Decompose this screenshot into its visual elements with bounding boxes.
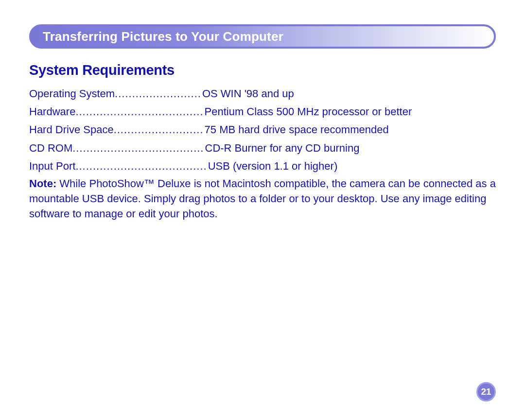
section-heading: System Requirements (29, 62, 496, 78)
requirement-row: Input Port .............................… (29, 158, 496, 175)
requirement-value: USB (version 1.1 or higher) (207, 158, 338, 175)
requirement-dots: ..................................... (75, 103, 203, 120)
requirement-dots: ...................................... (75, 158, 207, 175)
requirement-value: OS WIN '98 and up (201, 85, 294, 102)
requirement-label: Operating System (29, 85, 115, 102)
requirement-row: Operating System .......................… (29, 85, 496, 102)
requirements-list: Operating System .......................… (29, 85, 496, 175)
note-label: Note: (29, 177, 56, 190)
page-number: 21 (481, 386, 491, 397)
page-number-badge: 21 (476, 382, 496, 402)
requirement-label: Hardware (29, 103, 75, 120)
note-block: Note: While PhotoShow™ Deluxe is not Mac… (29, 176, 496, 221)
requirement-dots: ......................... (115, 85, 201, 102)
requirement-row: CD ROM .................................… (29, 140, 496, 157)
header-title: Transferring Pictures to Your Computer (43, 29, 283, 44)
requirement-dots: .......................... (114, 121, 204, 138)
header-bar: Transferring Pictures to Your Computer (29, 24, 496, 49)
requirement-row: Hardware ...............................… (29, 103, 496, 120)
requirement-label: CD ROM (29, 140, 72, 157)
requirement-value: Pentium Class 500 MHz processor or bette… (204, 103, 412, 120)
requirement-label: Input Port (29, 158, 75, 175)
requirement-row: Hard Drive Space .......................… (29, 121, 496, 138)
note-text: While PhotoShow™ Deluxe is not Macintosh… (29, 177, 496, 220)
requirement-value: CD-R Burner for any CD burning (204, 140, 360, 157)
requirement-dots: ...................................... (72, 140, 204, 157)
requirement-value: 75 MB hard drive space recommended (204, 121, 389, 138)
requirement-label: Hard Drive Space (29, 121, 114, 138)
